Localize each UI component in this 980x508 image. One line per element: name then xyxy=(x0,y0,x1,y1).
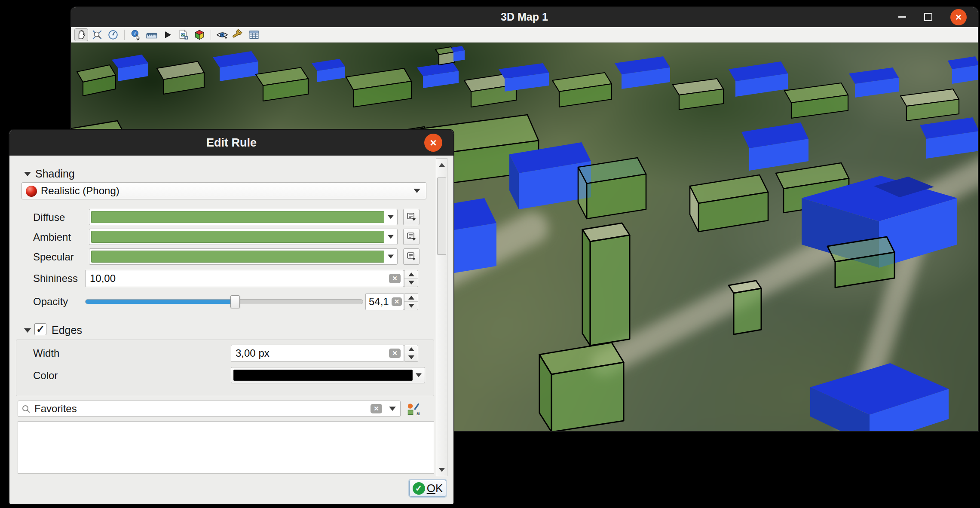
slider-fill xyxy=(86,300,235,304)
clear-icon[interactable]: ✕ xyxy=(389,349,401,358)
hand-icon xyxy=(76,29,87,40)
window-controls: × xyxy=(898,7,967,27)
shininess-label: Shininess xyxy=(33,272,78,285)
edit-rule-dialog: Edit Rule × Shading Realistic (Phong) Di… xyxy=(9,129,454,505)
pan-tool-button[interactable] xyxy=(74,28,88,41)
map-window-titlebar[interactable]: 3D Map 1 × xyxy=(71,7,978,27)
wrench-icon xyxy=(233,29,244,40)
chevron-down-icon xyxy=(413,189,420,193)
map-window-title: 3D Map 1 xyxy=(501,11,548,23)
phong-sphere-icon xyxy=(26,186,37,197)
specular-color-button[interactable] xyxy=(89,248,398,265)
specular-override-button[interactable] xyxy=(403,248,420,265)
zoom-full-icon xyxy=(92,29,103,40)
specular-color-swatch xyxy=(91,251,384,263)
color-label: Color xyxy=(33,370,58,382)
ok-button[interactable]: ✓ OK xyxy=(409,480,446,497)
shading-type-value: Realistic (Phong) xyxy=(41,185,119,197)
screen: 3D Map 1 × xyxy=(0,0,980,508)
ambient-color-swatch xyxy=(91,231,384,243)
diffuse-color-swatch xyxy=(91,211,384,223)
play-icon xyxy=(162,30,173,40)
spin-up-icon[interactable] xyxy=(404,294,418,302)
identify-icon: i xyxy=(130,29,141,40)
save-image-button[interactable] xyxy=(177,28,190,41)
shading-type-combobox[interactable]: Realistic (Phong) xyxy=(21,182,426,199)
close-icon[interactable]: × xyxy=(950,9,967,25)
toolbar-separator xyxy=(124,30,125,40)
map-toolbar: i xyxy=(71,27,978,43)
opacity-value: 54,1 xyxy=(369,296,389,308)
edge-width-value: 3,00 px xyxy=(236,347,270,359)
edge-color-swatch xyxy=(233,370,413,381)
opacity-label: Opacity xyxy=(33,296,68,308)
spin-down-icon[interactable] xyxy=(404,302,418,310)
edge-color-button[interactable] xyxy=(231,367,425,383)
configure-button[interactable] xyxy=(231,28,245,41)
ruler-icon xyxy=(146,29,158,40)
chevron-down-icon xyxy=(388,235,394,239)
ambient-override-button[interactable] xyxy=(403,229,420,245)
maximize-icon[interactable] xyxy=(924,13,932,21)
export-scene-button[interactable] xyxy=(193,28,206,41)
shininess-stepper[interactable] xyxy=(404,270,418,287)
edge-width-input[interactable]: 3,00 px ✕ xyxy=(231,345,404,362)
clear-icon[interactable]: ✕ xyxy=(371,404,382,413)
svg-text:i: i xyxy=(134,31,135,36)
cube-3d-icon xyxy=(194,29,205,40)
zoom-full-button[interactable] xyxy=(90,28,104,41)
scroll-down-icon[interactable] xyxy=(436,465,447,475)
clock-icon xyxy=(107,29,119,40)
save-image-icon xyxy=(178,29,189,40)
shading-collapse-icon[interactable] xyxy=(24,172,31,176)
edges-collapse-icon[interactable] xyxy=(24,328,31,333)
chevron-down-icon[interactable] xyxy=(389,407,396,411)
dialog-scrollbar[interactable] xyxy=(436,158,447,476)
toolbar-separator xyxy=(211,30,211,40)
edges-section-label: Edges xyxy=(52,324,82,337)
measure-button[interactable] xyxy=(145,28,159,41)
search-icon xyxy=(21,404,31,414)
minimize-icon[interactable] xyxy=(898,16,906,18)
diffuse-override-button[interactable] xyxy=(403,209,420,225)
dialog-close-icon[interactable]: × xyxy=(424,134,442,152)
camera-visibility-button[interactable] xyxy=(215,28,229,41)
scrollbar-thumb[interactable] xyxy=(437,177,446,255)
shininess-input[interactable]: 10,00 ✕ xyxy=(85,270,404,287)
slider-groove[interactable] xyxy=(85,299,363,304)
chevron-down-icon xyxy=(388,215,394,219)
dialog-titlebar[interactable]: Edit Rule × xyxy=(9,130,453,156)
svg-text:a: a xyxy=(416,410,420,416)
clear-icon[interactable]: ✕ xyxy=(389,274,401,283)
diffuse-color-button[interactable] xyxy=(89,209,398,225)
ok-button-label: OK xyxy=(427,482,443,495)
style-manager-icon: a xyxy=(407,403,420,416)
spin-down-icon[interactable] xyxy=(404,278,418,287)
opacity-stepper[interactable] xyxy=(404,293,418,310)
ambient-color-button[interactable] xyxy=(89,229,398,245)
identify-button[interactable]: i xyxy=(129,28,143,41)
scroll-up-icon[interactable] xyxy=(436,159,447,170)
view-angle-button[interactable] xyxy=(106,28,120,41)
opacity-slider[interactable] xyxy=(85,293,363,310)
animation-button[interactable] xyxy=(161,28,175,41)
specular-label: Specular xyxy=(33,251,74,263)
edge-width-stepper[interactable] xyxy=(404,345,418,362)
dock-panel-button[interactable] xyxy=(247,28,261,41)
style-manager-button[interactable]: a xyxy=(405,401,422,418)
spin-down-icon[interactable] xyxy=(404,353,418,361)
spin-up-icon[interactable] xyxy=(404,345,418,353)
favorites-list[interactable] xyxy=(18,421,434,474)
favorites-search-input[interactable]: Favorites ✕ xyxy=(18,401,401,417)
spin-up-icon[interactable] xyxy=(404,270,418,278)
slider-handle[interactable] xyxy=(230,295,240,308)
eye-icon xyxy=(216,29,228,40)
clear-icon[interactable]: ✕ xyxy=(392,297,402,306)
width-label: Width xyxy=(33,347,59,359)
opacity-input[interactable]: 54,1 ✕ xyxy=(365,293,404,310)
edges-checkbox[interactable]: ✓ xyxy=(34,323,46,335)
ambient-label: Ambient xyxy=(33,231,71,243)
ok-check-icon: ✓ xyxy=(413,482,425,495)
chevron-down-icon xyxy=(416,373,422,377)
diffuse-label: Diffuse xyxy=(33,211,65,223)
